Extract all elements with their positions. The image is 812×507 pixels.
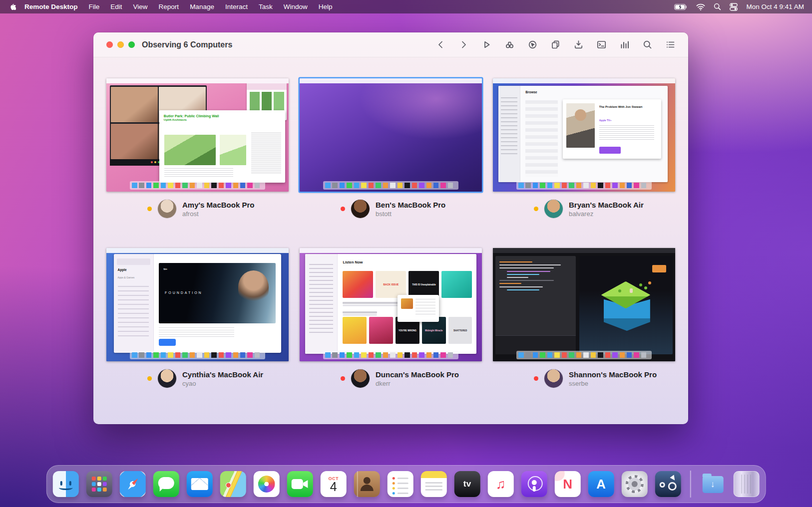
computer-label: Cynthia's MacBook Air cyao	[147, 369, 289, 388]
remote-desktop-window: Observing 6 Computers	[93, 32, 688, 424]
mini-dock	[130, 351, 265, 359]
menu-clock[interactable]: Mon Oct 4 9:41 AM	[746, 3, 804, 10]
listen-button	[599, 147, 621, 153]
close-button[interactable]	[106, 41, 113, 48]
dock-messages-icon[interactable]	[153, 471, 179, 497]
dock-music-icon[interactable]	[488, 471, 514, 497]
menu-interact[interactable]: Interact	[220, 3, 253, 10]
list-view-button[interactable]	[665, 39, 676, 50]
dock-reminders-icon[interactable]	[388, 471, 413, 497]
avatar	[544, 369, 563, 388]
mini-appstore-window: Apple Apps & Games tv+ FOUNDATION	[114, 254, 282, 352]
control-button[interactable]	[481, 39, 492, 50]
menu-edit[interactable]: Edit	[105, 3, 127, 10]
avatar	[351, 369, 370, 388]
zoom-button[interactable]	[128, 41, 135, 48]
status-dot	[534, 207, 538, 211]
computer-thumbnail-cynthia[interactable]: Apple Apps & Games tv+ FOUNDATION	[106, 248, 289, 361]
back-button[interactable]	[435, 39, 446, 50]
battery-charging-icon[interactable]	[674, 3, 688, 10]
unix-command-button[interactable]	[596, 39, 607, 50]
dock-mail-icon[interactable]	[187, 471, 213, 497]
dock-calendar-icon[interactable]: OCT 4	[321, 471, 347, 497]
menu-report[interactable]: Report	[153, 3, 185, 10]
copy-items-button[interactable]	[550, 39, 561, 50]
dock-news-icon[interactable]: N	[555, 471, 581, 497]
computer-name: Ben's MacBook Pro	[376, 201, 445, 209]
appstore-sidebar: Apple Apps & Games	[114, 254, 154, 352]
observe-button[interactable]	[504, 39, 515, 50]
icon-art	[364, 477, 371, 484]
window-title-bar[interactable]: Observing 6 Computers	[93, 32, 688, 57]
curtain-button[interactable]	[527, 39, 538, 50]
dock-podcasts-icon[interactable]	[521, 471, 547, 497]
dock-launchpad-icon[interactable]	[86, 471, 112, 497]
code-line	[499, 283, 521, 284]
menu-app-name[interactable]: Remote Desktop	[20, 3, 83, 10]
tv-label: tv	[463, 479, 471, 489]
computer-thumbnail-bryan[interactable]: Browse The Problem With Jon Stewart Appl…	[493, 78, 675, 192]
menu-task[interactable]: Task	[253, 3, 278, 10]
apple-menu[interactable]	[8, 2, 20, 11]
dock-app-store-icon[interactable]: A	[588, 471, 614, 497]
dock-trash-icon[interactable]	[733, 471, 759, 497]
menu-file[interactable]: File	[83, 3, 105, 10]
hero-caption-lines	[159, 327, 234, 337]
avatar	[351, 200, 370, 218]
computer-thumbnail-shannon[interactable]	[493, 248, 675, 361]
album-tile	[369, 317, 393, 344]
document-text-column	[251, 133, 281, 175]
computer-thumbnail-amy[interactable]: Butler Park: Public Climbing Wall Uplift…	[106, 78, 289, 192]
computer-label: Bryan's MacBook Air balvarez	[534, 200, 675, 218]
status-dot	[147, 376, 152, 381]
album-tile: SHATTERED	[448, 317, 472, 344]
spotlight-search-icon[interactable]	[714, 3, 721, 10]
binoculars-icon	[660, 482, 665, 488]
dock-notes-icon[interactable]	[421, 471, 447, 497]
computer-cell-duncan: Listen Now BACK ISSUE THIS IS Unexplaina…	[300, 248, 482, 418]
menu-manage[interactable]: Manage	[184, 3, 220, 10]
icon-art	[126, 478, 139, 491]
dock-facetime-icon[interactable]	[287, 471, 313, 497]
forward-button[interactable]	[458, 39, 469, 50]
computer-name: Cynthia's MacBook Air	[182, 370, 263, 379]
computer-thumbnail-ben[interactable]	[300, 78, 482, 192]
dock-photos-icon[interactable]	[254, 471, 280, 497]
control-center-icon[interactable]	[730, 3, 738, 11]
minimize-button[interactable]	[117, 41, 124, 48]
appstore-sidebar-category: Apps & Games	[118, 276, 135, 279]
dock-system-preferences-icon[interactable]	[622, 471, 648, 497]
playground-scene	[579, 256, 672, 354]
album-tile: BACK ISSUE	[376, 271, 406, 298]
computer-grid: Butler Park: Public Climbing Wall Uplift…	[93, 57, 688, 418]
dock-downloads-icon[interactable]	[700, 471, 726, 497]
computer-cell-ben: Ben's MacBook Pro bstott	[300, 78, 482, 248]
reports-button[interactable]	[619, 39, 630, 50]
sidebar-items-lines	[118, 286, 149, 337]
computer-name: Amy's MacBook Pro	[182, 201, 254, 209]
dock-tv-icon[interactable]: tv	[454, 471, 480, 497]
computer-cell-amy: Butler Park: Public Climbing Wall Uplift…	[106, 78, 289, 248]
caption-lines	[343, 311, 377, 313]
mini-dock	[516, 181, 651, 190]
wifi-icon[interactable]	[696, 3, 705, 10]
menu-view[interactable]: View	[128, 3, 153, 10]
computer-cell-bryan: Browse The Problem With Jon Stewart Appl…	[493, 78, 675, 248]
computer-thumbnail-duncan[interactable]: Listen Now BACK ISSUE THIS IS Unexplaina…	[300, 248, 482, 361]
album-row: BACK ISSUE THIS IS Unexplainable	[343, 271, 472, 298]
install-package-button[interactable]	[573, 39, 584, 50]
dock-finder-icon[interactable]	[53, 471, 79, 497]
dock-safari-icon[interactable]	[120, 471, 146, 497]
dock-remote-desktop-icon[interactable]	[655, 471, 681, 497]
mini-menubar	[300, 248, 482, 253]
search-button[interactable]	[642, 39, 653, 50]
document-title: Butler Park: Public Climbing Wall	[164, 114, 281, 119]
apple-logo-icon	[9, 2, 16, 11]
mini-menubar	[300, 78, 482, 83]
menu-window[interactable]: Window	[278, 3, 313, 10]
icon-art	[425, 482, 442, 484]
icon-art	[292, 479, 303, 489]
menu-help[interactable]: Help	[313, 3, 338, 10]
dock-maps-icon[interactable]	[220, 471, 246, 497]
dock-contacts-icon[interactable]	[354, 471, 380, 497]
